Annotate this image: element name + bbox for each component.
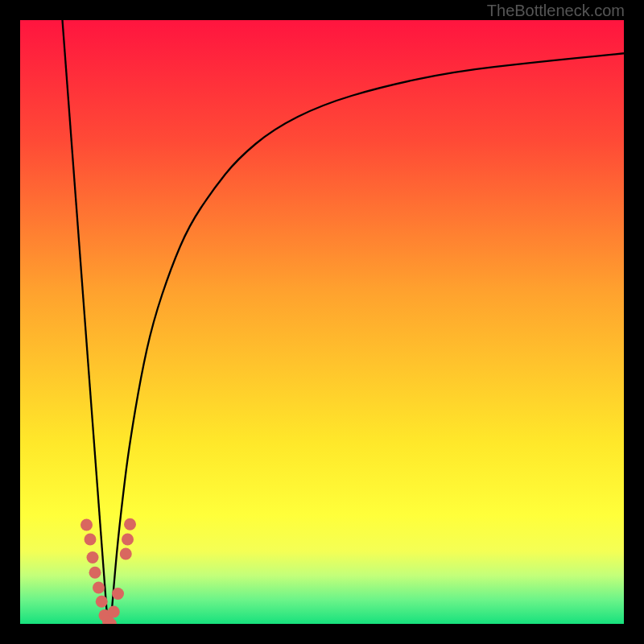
data-point-marker [108,606,120,618]
data-point-marker [85,534,97,546]
data-point-marker [124,518,136,530]
data-point-marker [80,519,93,531]
data-point-marker [120,548,132,560]
data-point-marker [112,588,124,600]
plot-area [20,20,624,624]
right-curve [111,53,625,624]
data-point-marker [96,596,108,608]
data-point-marker [87,551,99,564]
data-point-marker [89,567,101,579]
data-point-marker [122,534,134,546]
watermark-label: TheBottleneck.com [487,2,625,20]
bottleneck-curve-svg [20,20,624,624]
data-point-markers [80,518,136,624]
left-curve [63,20,108,624]
data-point-marker [93,582,105,594]
chart-frame: TheBottleneck.com [0,0,644,644]
